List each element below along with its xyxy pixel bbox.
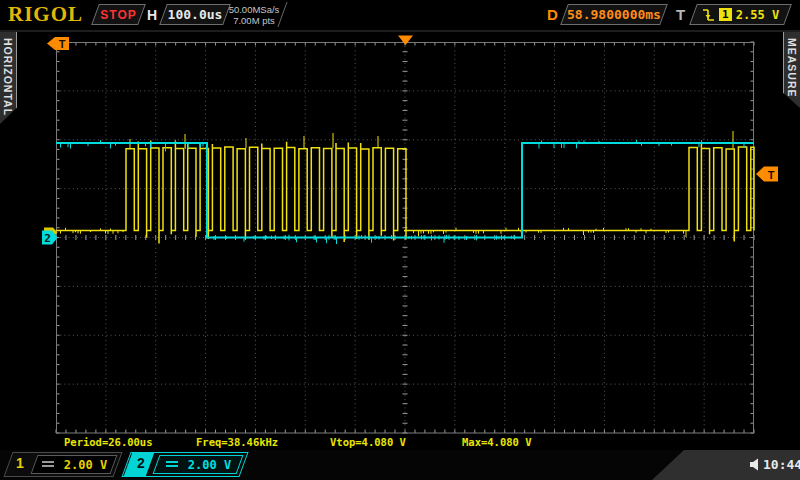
timebase-value: 100.0us xyxy=(164,5,226,24)
delay-value: 58.9800000ms xyxy=(565,5,663,24)
delay-label: D xyxy=(547,6,558,23)
dc-coupling-icon xyxy=(165,460,180,469)
clock-time: 10:44 xyxy=(763,457,800,472)
trigger-label: T xyxy=(676,6,685,23)
delay-display[interactable]: 58.9800000ms xyxy=(560,4,668,25)
sample-rate: 50.00MSa/s xyxy=(226,4,282,15)
run-state-indicator[interactable]: STOP xyxy=(91,4,146,25)
acquisition-info: 50.00MSa/s 7.00M pts xyxy=(226,4,282,26)
falling-edge-icon xyxy=(702,8,715,22)
oscilloscope-screen: T T T 2 RIGOL STOP H 100.0us xyxy=(0,0,800,480)
svg-text:T: T xyxy=(768,169,775,181)
clock-panel: 10:44 xyxy=(648,450,800,480)
measurement-max: Max=4.080 V xyxy=(462,436,532,448)
measurement-vtop: Vtop=4.080 V xyxy=(330,436,406,448)
bottom-status-bar: 1 2.00 V 2 2.00 V 10:44 xyxy=(0,450,800,480)
trigger-offscreen-marker[interactable]: T xyxy=(47,37,69,50)
top-status-bar: RIGOL STOP H 100.0us 50.00MSa/s 7.00M pt… xyxy=(0,0,800,32)
brand-logo: RIGOL xyxy=(8,2,83,27)
trigger-position-marker[interactable] xyxy=(398,36,413,46)
timebase-display[interactable]: 100.0us xyxy=(159,4,231,25)
channel1-scale-box: 2.00 V xyxy=(31,455,118,474)
run-state-label: STOP xyxy=(96,5,141,24)
trigger-level-value: 2.55 V xyxy=(736,8,779,22)
speaker-icon xyxy=(749,458,761,471)
waveform-display: T T T 2 xyxy=(0,0,800,480)
channel1-number: 1 xyxy=(16,455,24,471)
measurement-freq: Freq=38.46kHz xyxy=(196,436,278,448)
channel2-scale-box: 2.00 V xyxy=(153,455,244,474)
measurement-period: Period=26.00us xyxy=(64,436,153,448)
dc-coupling-icon xyxy=(41,460,56,469)
svg-text:T: T xyxy=(59,38,66,50)
channel2-number: 2 xyxy=(137,455,145,471)
trigger-info[interactable]: 1 2.55 V xyxy=(689,4,792,25)
trigger-source-badge: 1 xyxy=(719,8,732,21)
channel2-scale: 2.00 V xyxy=(188,458,231,472)
memory-depth: 7.00M pts xyxy=(226,15,282,26)
svg-text:2: 2 xyxy=(44,232,51,245)
trigger-level-marker[interactable]: T xyxy=(756,167,778,182)
channel1-scale: 2.00 V xyxy=(64,458,107,472)
horizontal-label: H xyxy=(147,7,157,23)
